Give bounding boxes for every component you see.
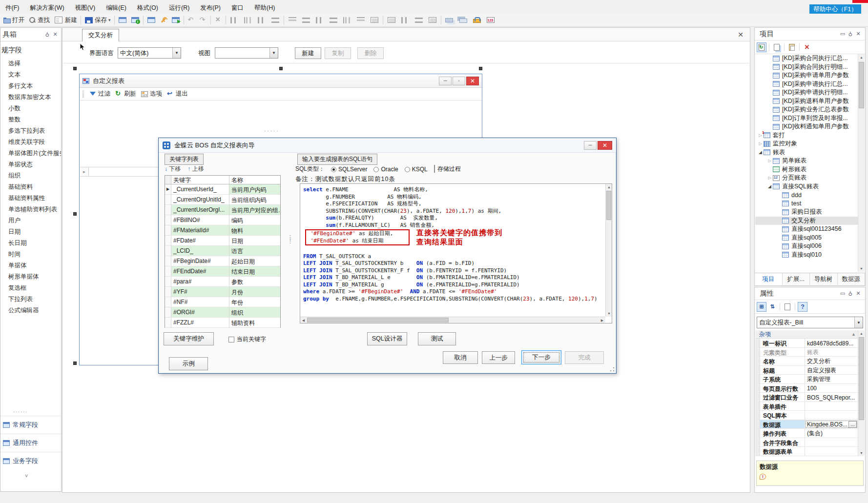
minimize-button[interactable]: ─ (439, 77, 452, 85)
toolbox-tab[interactable]: 常规字段 (0, 416, 61, 434)
delete-view-button[interactable]: 删除 (357, 47, 384, 59)
distribute-vertical-button[interactable] (354, 15, 368, 25)
property-value[interactable] (805, 411, 858, 420)
property-value[interactable]: 采购管理 (805, 375, 858, 383)
help-icon[interactable]: ? (798, 302, 807, 312)
tree-item[interactable]: 直接sql010 (755, 251, 858, 260)
scroll-up-icon[interactable]: ▲ (858, 54, 865, 60)
scroll-right-icon[interactable]: ▶ (599, 317, 605, 323)
menu-item[interactable]: 件(F) (0, 2, 24, 14)
toolbox-category[interactable]: 规字段 (0, 41, 61, 58)
object-selector[interactable]: 自定义报表-_Bill▼ (757, 317, 863, 328)
property-row[interactable]: 过滤窗口业务BOS_SQLRepor... (755, 393, 858, 402)
menu-item[interactable]: 编辑(E) (101, 2, 132, 14)
keyword-row[interactable]: #FEndDate#结束日期 (165, 266, 280, 277)
name-cell[interactable]: 当前用户对应的组... (229, 205, 280, 215)
property-row[interactable]: 唯一标识kd84678dc5d89... (755, 339, 858, 348)
panel-tab-数据源[interactable]: 数据源 (838, 273, 866, 285)
tree-item[interactable]: [KD]采购申请单用户参数 (755, 71, 858, 80)
collapse-icon[interactable]: ▲ (851, 332, 856, 337)
keyword-row[interactable]: #para#参数 (165, 277, 280, 287)
property-value[interactable]: 自定义报表 (805, 366, 858, 375)
keyword-row[interactable]: ▶_CurrentUserId_当前用户内码 (165, 184, 280, 195)
menu-item[interactable]: 窗口 (226, 2, 249, 14)
property-value[interactable]: 100 (805, 384, 858, 393)
keyword-cell[interactable]: #ORGI# (171, 307, 229, 317)
chevron-down-icon[interactable]: ▼ (172, 48, 181, 58)
selection-handle[interactable] (279, 67, 283, 70)
pin-icon[interactable]: ⚲ (847, 290, 854, 297)
property-pages-icon[interactable] (783, 302, 792, 312)
save-button[interactable]: 保存▾ (83, 15, 113, 25)
tab-cross-analysis[interactable]: 交叉分析 (82, 29, 119, 41)
toolbox-item[interactable]: 单据体 (0, 260, 61, 271)
form-info-button[interactable] (129, 15, 142, 25)
tree-item[interactable]: 交叉分析 (755, 217, 858, 225)
send-to-back-button[interactable] (455, 16, 470, 24)
keyword-row[interactable]: #FBillNO#编码 (165, 215, 280, 225)
keyword-cell[interactable]: #FEndDate# (171, 266, 229, 276)
pin-icon[interactable]: ⚲ (43, 31, 51, 38)
scrollbar-thumb[interactable] (859, 337, 864, 420)
scroll-up-icon[interactable]: ▲ (858, 330, 865, 337)
open-button[interactable]: 打开 (1, 15, 26, 25)
ui-language-select[interactable]: 中文(简体)▼ (118, 47, 181, 59)
toolbox-item[interactable]: 组织 (0, 170, 61, 181)
scrollbar-thumb[interactable] (859, 62, 864, 108)
refresh-button[interactable]: 刷新 (114, 89, 138, 99)
property-value[interactable] (805, 402, 858, 411)
properties-scrollbar[interactable]: ▲ ▼ (858, 330, 865, 456)
tree-item[interactable]: 直接sql005 (755, 234, 858, 242)
keyword-row[interactable]: #FZZL#辅助资料 (165, 318, 280, 328)
panel-tab-项目[interactable]: 项目 (755, 273, 783, 285)
find-button[interactable]: 查找 (26, 15, 52, 25)
toolbox-item[interactable]: 下拉列表 (0, 293, 61, 304)
align-middle-button[interactable] (269, 15, 282, 25)
name-cell[interactable]: 编码 (229, 215, 280, 225)
form-designer-button[interactable] (116, 15, 129, 25)
tree-item[interactable]: ▷简单账表 (755, 157, 858, 165)
menu-item[interactable]: 解决方案(W) (24, 2, 69, 14)
tree-expanded-icon[interactable]: ◢ (766, 184, 773, 189)
name-cell[interactable]: 辅助资料 (229, 318, 280, 327)
name-cell[interactable]: 结束日期 (229, 266, 280, 276)
name-cell[interactable]: 组织 (229, 307, 280, 317)
toolbox-item[interactable]: 时间 (0, 248, 61, 260)
toolbox-item[interactable]: 树形单据体 (0, 271, 61, 282)
delete-element-button[interactable] (802, 42, 812, 52)
tree-item[interactable]: 直接sql001123456 (755, 225, 858, 234)
menu-item[interactable]: 视图(V) (70, 2, 101, 14)
new-view-button[interactable]: 新建 (295, 47, 321, 59)
dropdown-caret-icon[interactable]: ▾ (108, 18, 111, 22)
keyword-cell[interactable]: #YF# (171, 287, 229, 297)
property-row[interactable]: 元素类型账表 (755, 348, 858, 357)
build-button[interactable] (158, 15, 169, 25)
tree-item[interactable]: ▷分页账表 (755, 174, 858, 182)
radio-icon[interactable] (373, 167, 379, 172)
current-keyword-checkbox[interactable]: 当前关键字 (228, 335, 266, 343)
chevron-down-icon[interactable]: ˅ (25, 473, 28, 479)
move-down-button[interactable]: ↓ 下移 (165, 165, 181, 173)
tree-item[interactable]: 树形账表 (755, 165, 858, 174)
checkbox-icon[interactable] (434, 165, 435, 173)
tree-item[interactable]: ◢直接SQL账表 (755, 182, 858, 191)
keyword-cell[interactable]: #FBillNO# (171, 215, 229, 225)
close-button[interactable]: ✕ (598, 141, 612, 150)
checkbox-icon[interactable] (228, 337, 234, 342)
menu-item[interactable]: 格式(O) (132, 2, 164, 14)
close-icon[interactable]: ✕ (854, 31, 862, 37)
designer-titlebar[interactable]: 自定义报表 ─ ▫ ✕ (80, 74, 482, 88)
document-close-icon[interactable]: ✕ (738, 31, 744, 39)
toolbox-tab[interactable]: 通用控件 (0, 434, 61, 452)
lock-controls-button[interactable] (470, 15, 484, 25)
pin-icon[interactable]: ⚲ (847, 31, 854, 37)
keyword-cell[interactable]: #FBeginDate# (171, 256, 229, 266)
keyword-row[interactable]: _CurrentOrgUnitId_当前组织内码 (165, 195, 280, 205)
help-center-button[interactable]: 帮助中心（F1） (809, 4, 861, 15)
ellipsis-button[interactable]: … (848, 421, 857, 428)
chevron-down-icon[interactable]: ▼ (269, 48, 278, 58)
selection-handle[interactable] (73, 212, 77, 216)
keyword-row[interactable]: _LCID_语言 (165, 246, 280, 256)
scrollbar-thumb[interactable] (307, 318, 449, 322)
name-cell[interactable]: 物料 (229, 225, 280, 235)
